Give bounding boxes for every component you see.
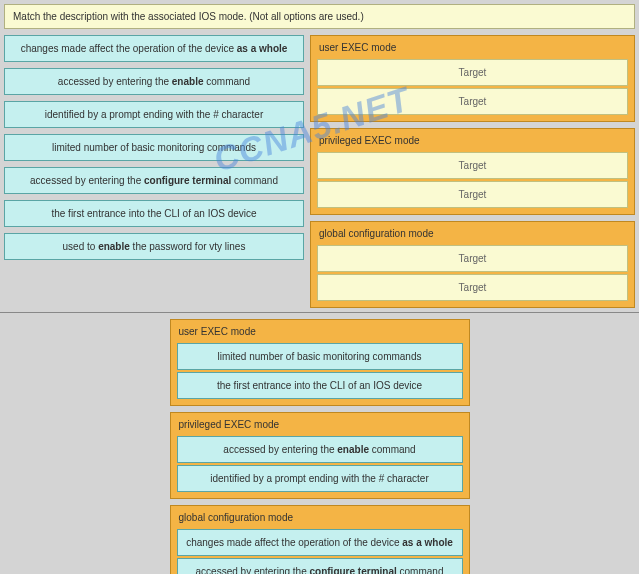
drag-item[interactable]: used to enable the password for vty line… bbox=[4, 233, 304, 260]
drag-item[interactable]: accessed by entering the configure termi… bbox=[4, 167, 304, 194]
answer-inner: user EXEC mode limited number of basic m… bbox=[170, 319, 470, 574]
answer-item: accessed by entering the configure termi… bbox=[177, 558, 463, 574]
group-title: user EXEC mode bbox=[175, 324, 465, 341]
answer-item: identified by a prompt ending with the #… bbox=[177, 465, 463, 492]
drop-target[interactable]: Target bbox=[317, 274, 628, 301]
drag-item[interactable]: limited number of basic monitoring comma… bbox=[4, 134, 304, 161]
drop-target[interactable]: Target bbox=[317, 59, 628, 86]
answer-item: changes made affect the operation of the… bbox=[177, 529, 463, 556]
answer-group-privileged-exec: privileged EXEC mode accessed by enterin… bbox=[170, 412, 470, 499]
drop-group-privileged-exec: privileged EXEC mode Target Target bbox=[310, 128, 635, 215]
answer-item: the first entrance into the CLI of an IO… bbox=[177, 372, 463, 399]
drag-item[interactable]: accessed by entering the enable command bbox=[4, 68, 304, 95]
answer-section: user EXEC mode limited number of basic m… bbox=[0, 312, 639, 574]
question-text: Match the description with the associate… bbox=[4, 4, 635, 29]
answer-item: limited number of basic monitoring comma… bbox=[177, 343, 463, 370]
drop-group-user-exec: user EXEC mode Target Target bbox=[310, 35, 635, 122]
answer-group-user-exec: user EXEC mode limited number of basic m… bbox=[170, 319, 470, 406]
answer-group-global-config: global configuration mode changes made a… bbox=[170, 505, 470, 574]
drop-target[interactable]: Target bbox=[317, 181, 628, 208]
drop-target[interactable]: Target bbox=[317, 152, 628, 179]
matching-area: changes made affect the operation of the… bbox=[4, 35, 635, 308]
drag-source-column: changes made affect the operation of the… bbox=[4, 35, 304, 308]
drag-item[interactable]: identified by a prompt ending with the #… bbox=[4, 101, 304, 128]
group-title: global configuration mode bbox=[175, 510, 465, 527]
drag-item[interactable]: changes made affect the operation of the… bbox=[4, 35, 304, 62]
group-title: privileged EXEC mode bbox=[175, 417, 465, 434]
drop-target-column: user EXEC mode Target Target privileged … bbox=[310, 35, 635, 308]
drop-group-global-config: global configuration mode Target Target bbox=[310, 221, 635, 308]
group-title: global configuration mode bbox=[315, 226, 630, 243]
drop-target[interactable]: Target bbox=[317, 88, 628, 115]
group-title: privileged EXEC mode bbox=[315, 133, 630, 150]
drop-target[interactable]: Target bbox=[317, 245, 628, 272]
drag-item[interactable]: the first entrance into the CLI of an IO… bbox=[4, 200, 304, 227]
quiz-top-section: Match the description with the associate… bbox=[0, 0, 639, 312]
answer-item: accessed by entering the enable command bbox=[177, 436, 463, 463]
group-title: user EXEC mode bbox=[315, 40, 630, 57]
